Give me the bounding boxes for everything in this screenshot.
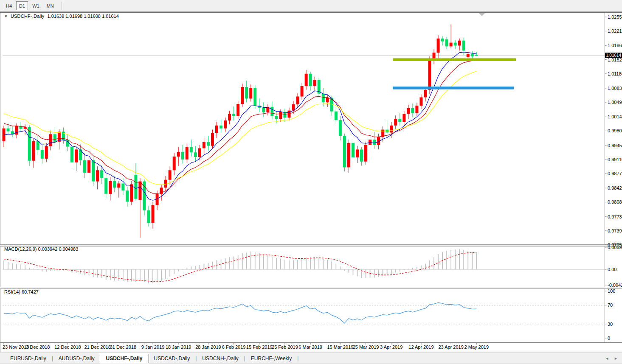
svg-text:0.98770: 0.98770	[608, 171, 622, 176]
tab-scroll-left-icon[interactable]: ◄	[605, 356, 609, 361]
svg-text:0.97730: 0.97730	[608, 214, 622, 219]
date-axis-label: 28 Jan 2019	[195, 344, 221, 350]
date-axis-label: 25 Feb 2019	[272, 344, 298, 350]
tab-eurusd-daily[interactable]: EURUSD-,Daily	[5, 354, 51, 363]
symbol-dropdown-icon[interactable]: ▼	[4, 14, 8, 19]
chart-title: ▼ USDCHF-,Daily 1.01639 1.01698 1.01608 …	[4, 14, 119, 19]
svg-text:0.98080: 0.98080	[608, 199, 622, 204]
date-axis-label: 3 Apr 2019	[380, 344, 402, 350]
svg-text:0.99450: 0.99450	[608, 143, 622, 148]
date-axis-label: 6 Feb 2019	[222, 344, 246, 350]
svg-text:1.01180: 1.01180	[608, 71, 622, 76]
timeframe-d1-button[interactable]: D1	[16, 1, 28, 10]
date-axis-label: 23 Nov 2018	[3, 344, 29, 350]
svg-text:1.00830: 1.00830	[608, 86, 622, 91]
tab-eurchf-weekly[interactable]: EURCHF-,Weekly	[246, 354, 297, 363]
svg-text:0.99110: 0.99110	[608, 157, 622, 162]
date-axis-label: 23 Apr 2019	[438, 344, 463, 350]
rsi-indicator-label: RSI(14) 60.7427	[4, 289, 39, 294]
tab-separator: |	[297, 356, 298, 361]
svg-text:0.00597: 0.00597	[608, 245, 622, 250]
date-axis-label: 18 Jan 2019	[166, 344, 191, 350]
tab-separator: |	[52, 356, 53, 361]
date-axis-label: 21 Dec 2018	[84, 344, 110, 350]
resistance-line[interactable]	[393, 58, 516, 61]
timeframe-w1-button[interactable]: W1	[29, 1, 42, 10]
macd-signal-line	[4, 253, 476, 282]
timeframe-h4-button[interactable]: H4	[3, 1, 15, 10]
tab-usdchf-daily[interactable]: USDCHF-,Daily	[100, 354, 149, 363]
date-axis-label: 2 May 2019	[464, 344, 489, 350]
tab-separator: |	[195, 356, 197, 361]
price-axis: 1.025501.022101.018601.015201.011801.008…	[605, 14, 622, 247]
svg-text:-0.004243: -0.004243	[608, 283, 622, 288]
tab-usdcnh-daily[interactable]: USDCNH-,Daily	[197, 354, 243, 363]
macd-pane: 0.005970.00-0.004243	[3, 245, 622, 288]
tab-scroll-right-icon[interactable]: ►	[614, 356, 618, 361]
current-price-tag: 1.01614	[605, 53, 622, 58]
svg-text:0.98420: 0.98420	[608, 185, 622, 190]
timeframe-mn-button[interactable]: MN	[44, 1, 57, 10]
toolbar-separator	[62, 2, 62, 10]
rsi-line	[4, 302, 476, 323]
svg-text:70: 70	[608, 302, 613, 308]
date-axis-label: 31 Dec 2018	[110, 344, 136, 350]
macd-indicator-label: MACD(12,26,9) 0.003942 0.004983	[4, 246, 78, 252]
candlestick-series	[3, 25, 478, 238]
svg-text:1.02550: 1.02550	[608, 14, 622, 20]
chart-tabbar: EURUSD-,Daily | AUDUSD-,Daily USDCHF-,Da…	[0, 353, 622, 364]
date-axis-label: 3 Dec 2018	[26, 344, 50, 350]
date-axis-label: 15 Mar 2019	[327, 344, 353, 350]
svg-text:0.97390: 0.97390	[608, 228, 622, 233]
tab-audusd-daily[interactable]: AUDUSD-,Daily	[53, 354, 100, 363]
ma-fast-line	[4, 52, 476, 200]
date-axis-label: 12 Dec 2018	[54, 344, 81, 350]
svg-text:1.00140: 1.00140	[608, 114, 622, 119]
svg-text:0: 0	[608, 336, 610, 341]
date-axis-label: 12 Apr 2019	[408, 344, 433, 350]
svg-text:100: 100	[608, 288, 615, 294]
svg-text:0.99800: 0.99800	[608, 128, 622, 133]
tab-separator: |	[244, 356, 245, 361]
svg-text:1.02210: 1.02210	[608, 28, 622, 34]
trading-platform-window: H4 D1 W1 MN 1.025501.022101.018601.01520…	[0, 0, 622, 364]
svg-text:0.00: 0.00	[608, 267, 616, 272]
scroll-to-end-marker	[479, 13, 485, 16]
svg-text:30: 30	[608, 322, 613, 327]
chart-canvas[interactable]: 1.025501.022101.018601.015201.011801.008…	[0, 0, 622, 364]
date-axis-label: 9 Jan 2019	[141, 344, 164, 350]
date-axis-label: 25 Mar 2019	[353, 344, 379, 350]
svg-text:1.00490: 1.00490	[608, 100, 622, 105]
date-axis: 23 Nov 20183 Dec 201812 Dec 201821 Dec 2…	[3, 343, 489, 350]
tab-usdcad-daily[interactable]: USDCAD-,Daily	[149, 354, 195, 363]
chart-title-ohlc: 1.01639 1.01698 1.01608 1.01614	[48, 14, 119, 19]
date-axis-label: 15 Feb 2019	[246, 344, 273, 350]
chart-title-symbol: USDCHF-,Daily	[11, 14, 45, 19]
rsi-pane: 10070300	[3, 288, 615, 341]
date-axis-label: 6 Mar 2019	[298, 344, 322, 350]
timeframe-toolbar: H4 D1 W1 MN	[0, 0, 622, 12]
svg-text:1.01860: 1.01860	[608, 43, 622, 48]
support-line[interactable]	[393, 87, 514, 90]
